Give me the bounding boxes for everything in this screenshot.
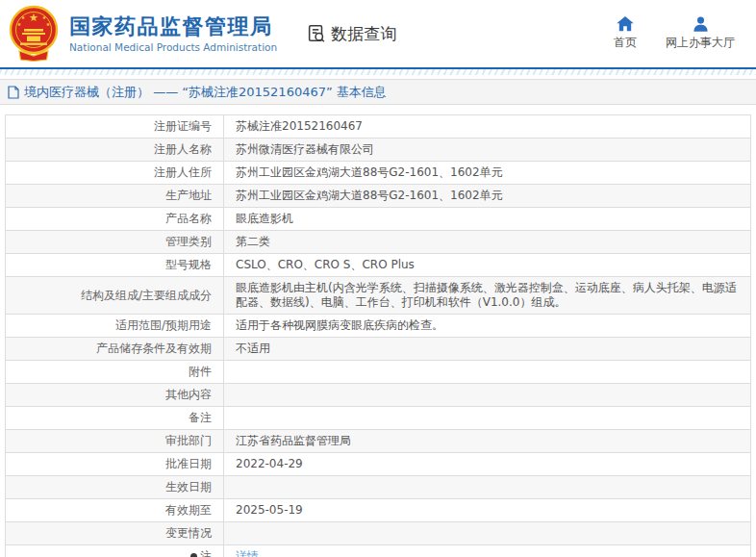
detail-link[interactable]: 详情 xyxy=(236,549,259,557)
field-label: 变更情况 xyxy=(6,522,224,545)
header-nav: 首页 网上办事大厅 xyxy=(614,16,735,51)
field-label: 管理类别 xyxy=(6,231,224,254)
field-label: 产品名称 xyxy=(6,208,224,231)
site-header: ★ ★ ★ ★ ★ 国家药品监督管理局 National Medical Pro… xyxy=(0,0,756,67)
data-query-tab[interactable]: 数据查询 xyxy=(306,23,396,45)
field-value: 眼底造影机 xyxy=(224,208,751,231)
breadcrumb: 境内医疗器械（注册） —— “苏械注准20152160467” 基本信息 xyxy=(0,79,756,105)
field-value xyxy=(224,476,751,499)
table-row: 审批部门江苏省药品监督管理局 xyxy=(6,430,751,453)
org-name-zh: 国家药品监督管理局 xyxy=(69,14,277,38)
table-row: 生效日期 xyxy=(6,476,751,499)
field-value: 不适用 xyxy=(224,338,751,361)
nav-service-hall-label: 网上办事大厅 xyxy=(666,35,735,51)
table-row: 管理类别第二类 xyxy=(6,231,751,254)
field-value: 江苏省药品监督管理局 xyxy=(224,430,751,453)
pin-icon xyxy=(190,553,197,557)
table-row: 产品名称眼底造影机 xyxy=(6,208,751,231)
table-row: 注册人住所苏州工业园区金鸡湖大道88号G2-1601、1602单元 xyxy=(6,162,751,185)
field-label: 结构及组成/主要组成成分 xyxy=(6,277,224,315)
field-value: 苏州工业园区金鸡湖大道88号G2-1601、1602单元 xyxy=(224,162,751,185)
page-icon xyxy=(8,86,19,99)
field-label: 产品储存条件及有效期 xyxy=(6,338,224,361)
nmpa-logo[interactable]: ★ ★ ★ ★ ★ 国家药品监督管理局 National Medical Pro… xyxy=(8,5,277,63)
field-value xyxy=(224,384,751,407)
table-row: 有效期至2025-05-19 xyxy=(6,499,751,522)
field-label: 注册证编号 xyxy=(6,115,224,139)
user-icon xyxy=(693,16,709,32)
field-label: 备注 xyxy=(6,407,224,430)
table-row: 附件 xyxy=(6,361,751,384)
field-value: CSLO、CRO、CRO S、CRO Plus xyxy=(224,254,751,277)
nav-item-home[interactable]: 首页 xyxy=(614,16,637,51)
detail-table: 注册证编号苏械注准20152160467注册人名称苏州微清医疗器械有限公司注册人… xyxy=(5,114,751,557)
field-label: 其他内容 xyxy=(6,384,224,407)
field-value xyxy=(224,407,751,430)
field-value: 眼底造影机由主机(内含光学系统、扫描摄像系统、激光器控制盒、运动底座、病人头托架… xyxy=(224,277,751,315)
field-value: 2025-05-19 xyxy=(224,499,751,522)
svg-text:★: ★ xyxy=(17,21,22,27)
document-search-icon xyxy=(306,23,327,44)
field-label: 型号规格 xyxy=(6,254,224,277)
page-title: 境内医疗器械（注册） —— “苏械注准20152160467” 基本信息 xyxy=(24,84,387,101)
field-label: 批准日期 xyxy=(6,453,224,476)
table-row: 产品储存条件及有效期不适用 xyxy=(6,338,751,361)
field-label: 附件 xyxy=(6,361,224,384)
field-value: 苏州工业园区金鸡湖大道88号G2-1601、1602单元 xyxy=(224,185,751,208)
field-value: 适用于各种视网膜病变眼底疾病的检查。 xyxy=(224,315,751,338)
table-row: 适用范围/预期用途适用于各种视网膜病变眼底疾病的检查。 xyxy=(6,315,751,338)
svg-text:★: ★ xyxy=(29,12,38,24)
nav-item-service-hall[interactable]: 网上办事大厅 xyxy=(666,16,735,51)
org-name-en: National Medical Products Administration xyxy=(69,41,277,53)
table-row: 批准日期2022-04-29 xyxy=(6,453,751,476)
field-value: 2022-04-29 xyxy=(224,453,751,476)
table-row: 其他内容 xyxy=(6,384,751,407)
field-label: 适用范围/预期用途 xyxy=(6,315,224,338)
field-label: 审批部门 xyxy=(6,430,224,453)
table-row: 型号规格CSLO、CRO、CRO S、CRO Plus xyxy=(6,254,751,277)
field-value: 详情 xyxy=(224,545,751,557)
field-label: 生产地址 xyxy=(6,185,224,208)
svg-text:★: ★ xyxy=(21,14,26,20)
home-icon xyxy=(617,16,634,32)
detail-table-body: 注册证编号苏械注准20152160467注册人名称苏州微清医疗器械有限公司注册人… xyxy=(6,115,751,557)
table-row: 注册人名称苏州微清医疗器械有限公司 xyxy=(6,139,751,162)
field-value: 苏州微清医疗器械有限公司 xyxy=(224,139,751,162)
field-value xyxy=(224,361,751,384)
field-label: 生效日期 xyxy=(6,476,224,499)
field-value: 第二类 xyxy=(224,231,751,254)
field-value xyxy=(224,522,751,545)
field-label: 注册人名称 xyxy=(6,139,224,162)
table-row: 结构及组成/主要组成成分眼底造影机由主机(内含光学系统、扫描摄像系统、激光器控制… xyxy=(6,277,751,315)
table-row: 变更情况 xyxy=(6,522,751,545)
field-value: 苏械注准20152160467 xyxy=(224,115,751,139)
svg-text:★: ★ xyxy=(46,21,51,27)
nav-home-label: 首页 xyxy=(614,35,637,51)
field-label: 有效期至 xyxy=(6,499,224,522)
table-row: 备注 xyxy=(6,407,751,430)
field-label: 注 xyxy=(6,545,224,557)
national-emblem-icon: ★ ★ ★ ★ ★ xyxy=(8,5,60,63)
table-row: 注册证编号苏械注准20152160467 xyxy=(6,115,751,139)
header-hatch-band xyxy=(0,69,756,75)
data-query-label: 数据查询 xyxy=(331,23,396,45)
field-label: 注册人住所 xyxy=(6,162,224,185)
table-row: 注详情 xyxy=(6,545,751,557)
table-row: 生产地址苏州工业园区金鸡湖大道88号G2-1601、1602单元 xyxy=(6,185,751,208)
svg-text:★: ★ xyxy=(42,14,47,20)
